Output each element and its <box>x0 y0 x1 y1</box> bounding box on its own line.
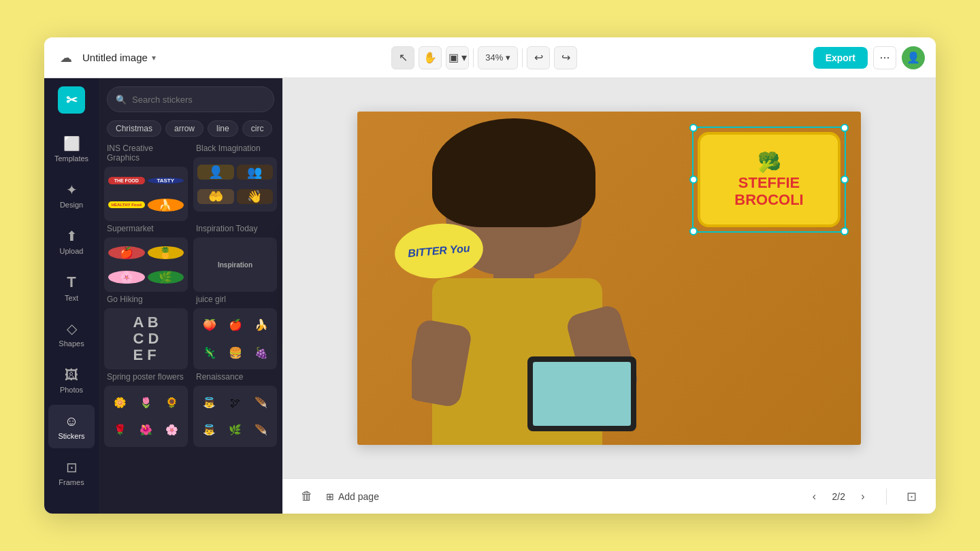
toolbar-divider <box>473 48 474 67</box>
section-spring-poster: Spring poster flowers 🌼 🌷 🌻 🌹 🌺 🌸 <box>104 372 188 447</box>
section-juice-girl: juice girl 🍑 🍎 🍌 🦎 🍔 🍇 <box>193 295 277 369</box>
sticker-black-preview[interactable]: 👤 👥 🤲 👋 <box>193 157 277 212</box>
more-options-button[interactable]: ··· <box>873 46 896 69</box>
search-icon: 🔍 <box>116 95 127 105</box>
sidebar-item-frames[interactable]: ⊡ Frames <box>48 451 95 495</box>
stickers-panel: 🔍 Search stickers Christmas arrow line c… <box>99 78 282 514</box>
pan-tool-button[interactable]: ✋ <box>419 46 442 69</box>
app-logo: ✂ <box>58 86 85 114</box>
top-bar-left: ☁ Untitled image ▾ <box>55 47 156 69</box>
page-info: 2/2 <box>832 491 845 502</box>
section-go-hiking: Go Hiking A BC DE F <box>104 295 188 369</box>
zoom-chevron-icon: ▾ <box>506 52 510 63</box>
stickers-content: INS Creative Graphics THE FOOD TASTY HEA… <box>99 144 282 514</box>
tags-row: Christmas arrow line circ <box>99 120 282 144</box>
sidebar-item-shapes[interactable]: ◇ Shapes <box>48 312 95 356</box>
section-black-imagination: Black Imagination 👤 👥 🤲 👋 <box>193 144 277 221</box>
design-icon: ✦ <box>66 182 78 198</box>
add-page-icon: ⊞ <box>326 491 334 502</box>
frames-label: Frames <box>59 478 84 486</box>
top-bar-center: ↖ ✋ ▣ ▾ 34% ▾ ↩ ↪ <box>391 46 577 69</box>
tag-circ[interactable]: circ <box>242 120 273 137</box>
toolbar-divider2 <box>522 48 523 67</box>
design-label: Design <box>60 201 83 209</box>
sidebar-item-upload[interactable]: ⬆ Upload <box>48 220 95 263</box>
undo-button[interactable]: ↩ <box>527 46 550 69</box>
select-tool-button[interactable]: ↖ <box>391 46 414 69</box>
broccoli-emoji: 🥦 <box>757 151 781 173</box>
delete-button[interactable]: 🗑 <box>296 486 318 507</box>
sidebar-item-photos[interactable]: 🖼 Photos <box>48 358 95 402</box>
view-options-button[interactable]: ▣ ▾ <box>446 46 469 69</box>
section-renaissance: Renaissance 👼 🕊 🪶 👼 🌿 🪶 <box>193 372 277 447</box>
stickers-icon: ☺ <box>65 414 78 429</box>
export-button[interactable]: Export <box>813 47 868 69</box>
main-area: ✂ ⬜ Templates ✦ Design ⬆ Upload T Text ◇… <box>44 78 936 514</box>
shapes-label: Shapes <box>59 339 84 348</box>
prev-page-button[interactable]: ‹ <box>805 487 824 506</box>
search-box[interactable]: 🔍 Search stickers <box>107 86 274 112</box>
title-area[interactable]: Untitled image ▾ <box>82 52 156 63</box>
top-bar-right: Export ··· 👤 <box>813 46 925 69</box>
templates-icon: ⬜ <box>63 135 80 152</box>
tag-line[interactable]: line <box>208 120 238 137</box>
frames-icon: ⊡ <box>66 459 78 475</box>
upload-icon: ⬆ <box>66 228 78 244</box>
stickers-label: Stickers <box>58 432 84 440</box>
section-inspiration: Inspiration Today Inspiration <box>193 224 277 292</box>
section-supermarket-row: Supermarket 🍎 🍍 🌸 🌿 Inspiration Today <box>104 224 277 292</box>
text-label: Text <box>65 294 78 302</box>
sticker-renaissance-preview[interactable]: 👼 🕊 🪶 👼 🌿 🪶 <box>193 386 277 447</box>
sidebar-item-stickers[interactable]: ☺ Stickers <box>48 405 95 448</box>
photos-icon: 🖼 <box>65 367 78 383</box>
section-ins-creative: INS Creative Graphics THE FOOD TASTY HEA… <box>104 144 188 221</box>
person-figure <box>412 112 698 445</box>
sticker-spring-preview[interactable]: 🌼 🌷 🌻 🌹 🌺 🌸 <box>104 386 188 447</box>
fullscreen-button[interactable]: ⊡ <box>900 486 922 507</box>
canvas-image[interactable]: BITTER You 🥦 STEFFIEBROCOLI <box>357 112 861 445</box>
tag-christmas[interactable]: Christmas <box>107 120 161 137</box>
sidebar-item-design[interactable]: ✦ Design <box>48 173 95 217</box>
canvas-area: BITTER You 🥦 STEFFIEBROCOLI <box>282 78 936 514</box>
search-placeholder: Search stickers <box>132 95 193 105</box>
canvas-wrapper: BITTER You 🥦 STEFFIEBROCOLI <box>282 78 936 478</box>
user-avatar[interactable]: 👤 <box>902 46 925 69</box>
templates-label: Templates <box>54 154 88 163</box>
sticker-ins-preview[interactable]: THE FOOD TASTY HEALTHY Food 🍌 <box>104 167 188 221</box>
zoom-value: 34% <box>485 52 503 63</box>
photos-label: Photos <box>60 386 83 394</box>
upload-label: Upload <box>60 247 84 255</box>
sidebar-item-text[interactable]: T Text <box>48 266 95 310</box>
section-supermarket: Supermarket 🍎 🍍 🌸 🌿 <box>104 224 188 292</box>
sticker-inspiration-preview[interactable]: Inspiration <box>193 237 277 292</box>
tag-arrow[interactable]: arrow <box>165 120 203 137</box>
bottom-divider <box>886 488 887 505</box>
zoom-control[interactable]: 34% ▾ <box>478 46 518 69</box>
sticker-supermarket-preview[interactable]: 🍎 🍍 🌸 🌿 <box>104 237 188 292</box>
brocoli-text: STEFFIEBROCOLI <box>734 175 803 207</box>
sticker-brocoli-canvas[interactable]: 🥦 STEFFIEBROCOLI <box>698 132 840 227</box>
sticker-juice-preview[interactable]: 🍑 🍎 🍌 🦎 🍔 🍇 <box>193 308 277 369</box>
add-page-button[interactable]: ⊞ Add page <box>326 491 379 502</box>
top-bar: ☁ Untitled image ▾ ↖ ✋ ▣ ▾ 34% ▾ ↩ ↪ Exp… <box>44 37 936 78</box>
redo-button[interactable]: ↪ <box>554 46 577 69</box>
bitter-you-text: BITTER You <box>408 242 471 260</box>
add-page-label: Add page <box>338 491 379 502</box>
bottom-bar: 🗑 ⊞ Add page ‹ 2/2 › ⊡ <box>282 478 936 514</box>
sidebar-item-templates[interactable]: ⬜ Templates <box>48 127 95 171</box>
title-chevron-icon: ▾ <box>152 53 156 63</box>
shapes-icon: ◇ <box>67 320 77 337</box>
cloud-icon: ☁ <box>55 47 77 69</box>
text-icon: T <box>67 273 76 291</box>
sidebar: ✂ ⬜ Templates ✦ Design ⬆ Upload T Text ◇… <box>44 78 99 514</box>
next-page-button[interactable]: › <box>853 487 872 506</box>
spring-renaissance-row: Spring poster flowers 🌼 🌷 🌻 🌹 🌺 🌸 Renais… <box>104 372 277 447</box>
app-window: ☁ Untitled image ▾ ↖ ✋ ▣ ▾ 34% ▾ ↩ ↪ Exp… <box>44 37 936 514</box>
hiking-juice-row: Go Hiking A BC DE F juice girl 🍑 🍎 🍌 <box>104 295 277 369</box>
search-area: 🔍 Search stickers <box>99 78 282 120</box>
sticker-hiking-preview[interactable]: A BC DE F <box>104 308 188 369</box>
document-title: Untitled image <box>82 52 148 63</box>
